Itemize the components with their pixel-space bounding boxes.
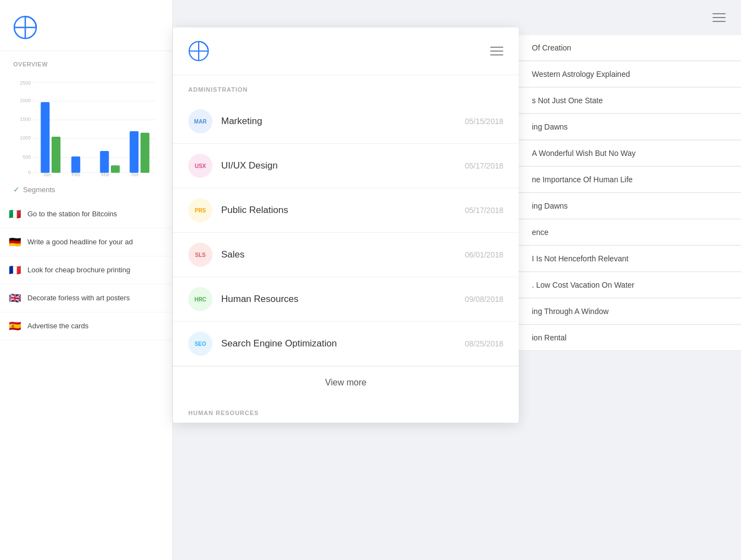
main-content: ADMINISTRATION MAR Marketing 05/15/2018 … [173, 0, 519, 560]
task-item[interactable]: 🇮🇹 Go to the station for Bitcoins [0, 200, 172, 228]
dropdown-logo [188, 41, 209, 61]
task-item[interactable]: 🇫🇷 Look for cheap brochure printing [0, 256, 172, 284]
dept-row-seo[interactable]: SEO Search Engine Optimization 08/25/201… [173, 322, 519, 366]
task-text: Decorate forless with art posters [27, 293, 130, 303]
article-text: I Is Not Henceforth Relevant [532, 254, 628, 263]
article-text: A Wonderful Wish But No Way [532, 149, 636, 158]
view-more-button[interactable]: View more [173, 366, 519, 399]
task-item[interactable]: 🇬🇧 Decorate forless with art posters [0, 284, 172, 312]
dept-row-sales[interactable]: SLS Sales 06/01/2018 [173, 233, 519, 277]
task-text: Advertise the cards [27, 321, 88, 331]
article-item[interactable]: ion Rental [519, 325, 741, 351]
article-item[interactable]: ing Through A Window [519, 299, 741, 324]
dept-row-uiux[interactable]: USX UI/UX Design 05/17/2018 [173, 144, 519, 188]
svg-text:2500: 2500 [20, 80, 31, 86]
dept-date-seo: 08/25/2018 [465, 339, 503, 348]
svg-rect-18 [100, 151, 109, 173]
article-text: . Low Cost Vacation On Water [532, 281, 635, 289]
article-item[interactable]: ing Dawns [519, 193, 741, 219]
badge-mar: MAR [188, 109, 212, 133]
article-item[interactable]: Western Astrology Explained [519, 61, 741, 87]
flag-icon-gb: 🇬🇧 [9, 292, 21, 304]
article-item[interactable]: ne Importance Of Human Life [519, 167, 741, 193]
dropdown-header [173, 27, 519, 75]
task-item[interactable]: 🇩🇪 Write a good headline for your ad [0, 228, 172, 256]
svg-rect-16 [52, 137, 60, 173]
dept-row-marketing[interactable]: MAR Marketing 05/15/2018 [173, 99, 519, 144]
dept-date-pr: 05/17/2018 [465, 206, 503, 215]
svg-text:1500: 1500 [20, 116, 31, 122]
right-panel: Of Creation Western Astrology Explained … [519, 0, 741, 560]
svg-rect-21 [141, 133, 149, 173]
task-text: Write a good headline for your ad [27, 237, 133, 247]
sidebar: OVERVIEW 2500 2000 1500 1000 500 0 [0, 0, 173, 560]
right-hamburger-icon[interactable] [712, 13, 726, 22]
article-item[interactable]: ence [519, 220, 741, 245]
task-item[interactable]: 🇪🇸 Advertise the cards [0, 312, 172, 340]
dept-date-sales: 06/01/2018 [465, 250, 503, 259]
svg-rect-19 [111, 165, 120, 173]
flag-icon-es: 🇪🇸 [9, 320, 21, 332]
dept-name-sales: Sales [221, 249, 465, 260]
task-list: 🇮🇹 Go to the station for Bitcoins 🇩🇪 Wri… [0, 200, 172, 560]
dept-name-pr: Public Relations [221, 205, 465, 216]
svg-text:1000: 1000 [20, 135, 31, 141]
dept-name-uiux: UI/UX Design [221, 160, 465, 171]
svg-text:0: 0 [28, 170, 31, 175]
article-text: ion Rental [532, 333, 566, 342]
article-text: ne Importance Of Human Life [532, 175, 633, 184]
checkmark-icon: ✓ [13, 185, 20, 194]
article-text: ing Dawns [532, 201, 568, 210]
article-text: s Not Just One State [532, 96, 603, 105]
dept-row-pr[interactable]: PRS Public Relations 05/17/2018 [173, 188, 519, 233]
article-item[interactable]: s Not Just One State [519, 88, 741, 114]
sidebar-header [0, 0, 172, 51]
svg-text:Feb: Feb [71, 172, 80, 176]
task-text: Look for cheap brochure printing [27, 265, 130, 275]
dropdown-panel: ADMINISTRATION MAR Marketing 05/15/2018 … [173, 27, 519, 423]
badge-prs: PRS [188, 198, 212, 222]
badge-sls: SLS [188, 243, 212, 267]
article-item[interactable]: ing Dawns [519, 114, 741, 140]
dept-name-seo: Search Engine Optimization [221, 338, 465, 349]
admin-section-title: ADMINISTRATION [173, 75, 519, 99]
dept-row-hr[interactable]: HRC Human Resources 09/08/2018 [173, 277, 519, 322]
chart-container: 2500 2000 1500 1000 500 0 [0, 72, 172, 178]
article-text: ence [532, 228, 548, 237]
svg-rect-15 [41, 102, 49, 173]
badge-seo: SEO [188, 332, 212, 356]
flag-icon-fr: 🇫🇷 [9, 264, 21, 276]
overview-label: OVERVIEW [0, 51, 172, 72]
segments-label: ✓ Segments [0, 178, 172, 200]
dept-date-marketing: 05/15/2018 [465, 117, 503, 126]
article-text: ing Through A Window [532, 307, 609, 316]
article-item[interactable]: I Is Not Henceforth Relevant [519, 246, 741, 272]
right-header [519, 0, 741, 35]
flag-icon-it: 🇮🇹 [9, 208, 21, 220]
hamburger-icon[interactable] [490, 47, 503, 55]
svg-text:Mar: Mar [101, 172, 110, 176]
dept-name-marketing: Marketing [221, 116, 465, 127]
badge-hrc: HRC [188, 287, 212, 311]
svg-text:Jan: Jan [43, 172, 52, 176]
article-item[interactable]: . Low Cost Vacation On Water [519, 272, 741, 298]
svg-rect-17 [71, 156, 80, 173]
svg-text:2000: 2000 [20, 98, 31, 103]
dept-date-uiux: 05/17/2018 [465, 161, 503, 170]
flag-icon-de: 🇩🇪 [9, 236, 21, 248]
dept-date-hr: 09/08/2018 [465, 295, 503, 304]
article-text: Of Creation [532, 43, 571, 52]
article-item[interactable]: A Wonderful Wish But No Way [519, 141, 741, 166]
badge-usx: USX [188, 154, 212, 178]
task-text: Go to the station for Bitcoins [27, 209, 117, 219]
article-text: ing Dawns [532, 122, 568, 131]
bar-chart: 2500 2000 1500 1000 500 0 [9, 77, 164, 176]
article-text: Western Astrology Explained [532, 70, 630, 79]
article-item[interactable]: Of Creation [519, 35, 741, 61]
hr-section-title: HUMAN RESOURCES [173, 399, 519, 423]
sidebar-logo [13, 15, 37, 40]
dept-name-hr: Human Resources [221, 294, 465, 305]
svg-rect-20 [130, 131, 138, 173]
svg-text:500: 500 [23, 154, 31, 160]
svg-text:Apr: Apr [131, 172, 139, 176]
